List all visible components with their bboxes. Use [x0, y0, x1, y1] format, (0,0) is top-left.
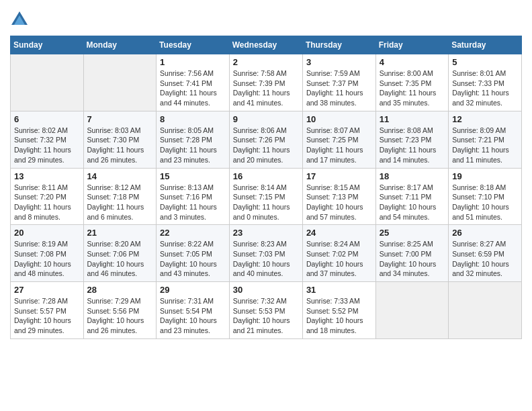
calendar-cell: 21Sunrise: 8:20 AM Sunset: 7:06 PM Dayli… [83, 225, 157, 282]
calendar-cell: 5Sunrise: 8:01 AM Sunset: 7:33 PM Daylig… [449, 54, 522, 111]
calendar-cell: 15Sunrise: 8:13 AM Sunset: 7:16 PM Dayli… [157, 168, 230, 225]
day-detail: Sunrise: 8:05 AM Sunset: 7:28 PM Dayligh… [160, 126, 226, 165]
calendar-cell [83, 54, 157, 111]
day-detail: Sunrise: 7:59 AM Sunset: 7:37 PM Dayligh… [306, 68, 372, 108]
weekday-header-tuesday: Tuesday [157, 36, 230, 54]
weekday-header-saturday: Saturday [449, 36, 522, 54]
calendar-cell: 3Sunrise: 7:59 AM Sunset: 7:37 PM Daylig… [302, 54, 375, 111]
calendar-cell: 4Sunrise: 8:00 AM Sunset: 7:35 PM Daylig… [375, 54, 449, 111]
day-number: 12 [452, 114, 518, 124]
day-detail: Sunrise: 8:20 AM Sunset: 7:06 PM Dayligh… [87, 239, 153, 279]
calendar-cell: 30Sunrise: 7:32 AM Sunset: 5:53 PM Dayli… [229, 282, 302, 339]
calendar-cell: 18Sunrise: 8:17 AM Sunset: 7:11 PM Dayli… [375, 168, 449, 225]
day-number: 19 [452, 171, 518, 181]
day-detail: Sunrise: 8:06 AM Sunset: 7:26 PM Dayligh… [233, 126, 299, 165]
day-detail: Sunrise: 8:12 AM Sunset: 7:18 PM Dayligh… [87, 183, 153, 222]
calendar-cell: 12Sunrise: 8:09 AM Sunset: 7:21 PM Dayli… [449, 111, 522, 168]
weekday-header-friday: Friday [375, 36, 449, 54]
day-number: 4 [380, 57, 445, 67]
calendar-cell: 11Sunrise: 8:08 AM Sunset: 7:23 PM Dayli… [375, 111, 449, 168]
day-detail: Sunrise: 8:23 AM Sunset: 7:03 PM Dayligh… [233, 239, 299, 279]
weekday-header-row: SundayMondayTuesdayWednesdayThursdayFrid… [11, 36, 522, 54]
day-detail: Sunrise: 7:33 AM Sunset: 5:52 PM Dayligh… [306, 296, 372, 336]
day-detail: Sunrise: 8:14 AM Sunset: 7:15 PM Dayligh… [233, 183, 299, 222]
day-detail: Sunrise: 7:28 AM Sunset: 5:57 PM Dayligh… [14, 296, 80, 336]
day-detail: Sunrise: 8:01 AM Sunset: 7:33 PM Dayligh… [452, 68, 518, 108]
calendar-cell: 14Sunrise: 8:12 AM Sunset: 7:18 PM Dayli… [83, 168, 157, 225]
calendar-cell: 20Sunrise: 8:19 AM Sunset: 7:08 PM Dayli… [11, 225, 84, 282]
weekday-header-sunday: Sunday [11, 36, 84, 54]
calendar-cell: 25Sunrise: 8:25 AM Sunset: 7:00 PM Dayli… [375, 225, 449, 282]
day-number: 9 [233, 114, 299, 124]
day-number: 17 [306, 171, 372, 181]
calendar-week-row: 1Sunrise: 7:56 AM Sunset: 7:41 PM Daylig… [11, 54, 522, 111]
day-number: 3 [306, 57, 372, 67]
day-detail: Sunrise: 8:13 AM Sunset: 7:16 PM Dayligh… [160, 183, 226, 222]
day-detail: Sunrise: 8:11 AM Sunset: 7:20 PM Dayligh… [14, 183, 80, 222]
day-detail: Sunrise: 8:09 AM Sunset: 7:21 PM Dayligh… [452, 126, 518, 165]
day-number: 13 [14, 171, 80, 181]
calendar-cell: 17Sunrise: 8:15 AM Sunset: 7:13 PM Dayli… [302, 168, 375, 225]
day-number: 6 [14, 114, 80, 124]
day-detail: Sunrise: 8:08 AM Sunset: 7:23 PM Dayligh… [380, 126, 445, 165]
calendar-week-row: 27Sunrise: 7:28 AM Sunset: 5:57 PM Dayli… [11, 282, 522, 339]
day-detail: Sunrise: 8:19 AM Sunset: 7:08 PM Dayligh… [14, 239, 80, 279]
calendar-cell [449, 282, 522, 339]
day-number: 10 [306, 114, 372, 124]
weekday-header-monday: Monday [83, 36, 157, 54]
calendar-cell: 23Sunrise: 8:23 AM Sunset: 7:03 PM Dayli… [229, 225, 302, 282]
calendar-week-row: 13Sunrise: 8:11 AM Sunset: 7:20 PM Dayli… [11, 168, 522, 225]
day-number: 16 [233, 171, 299, 181]
day-detail: Sunrise: 8:02 AM Sunset: 7:32 PM Dayligh… [14, 126, 80, 165]
weekday-header-thursday: Thursday [302, 36, 375, 54]
day-detail: Sunrise: 8:24 AM Sunset: 7:02 PM Dayligh… [306, 239, 372, 279]
day-number: 2 [233, 57, 299, 67]
page-header [10, 10, 522, 29]
calendar-cell: 9Sunrise: 8:06 AM Sunset: 7:26 PM Daylig… [229, 111, 302, 168]
day-number: 15 [160, 171, 226, 181]
calendar-cell: 6Sunrise: 8:02 AM Sunset: 7:32 PM Daylig… [11, 111, 84, 168]
calendar-cell: 31Sunrise: 7:33 AM Sunset: 5:52 PM Dayli… [302, 282, 375, 339]
calendar-cell: 24Sunrise: 8:24 AM Sunset: 7:02 PM Dayli… [302, 225, 375, 282]
day-number: 1 [160, 57, 226, 67]
day-number: 31 [306, 285, 372, 295]
day-number: 22 [160, 228, 226, 238]
calendar-table: SundayMondayTuesdayWednesdayThursdayFrid… [10, 36, 522, 339]
day-detail: Sunrise: 8:27 AM Sunset: 6:59 PM Dayligh… [452, 239, 518, 279]
day-number: 11 [380, 114, 445, 124]
day-number: 27 [14, 285, 80, 295]
day-number: 25 [380, 228, 445, 238]
day-detail: Sunrise: 8:00 AM Sunset: 7:35 PM Dayligh… [380, 68, 445, 108]
weekday-header-wednesday: Wednesday [229, 36, 302, 54]
calendar-cell: 22Sunrise: 8:22 AM Sunset: 7:05 PM Dayli… [157, 225, 230, 282]
calendar-cell: 26Sunrise: 8:27 AM Sunset: 6:59 PM Dayli… [449, 225, 522, 282]
calendar-cell [375, 282, 449, 339]
day-number: 7 [87, 114, 153, 124]
calendar-cell: 1Sunrise: 7:56 AM Sunset: 7:41 PM Daylig… [157, 54, 230, 111]
day-detail: Sunrise: 7:56 AM Sunset: 7:41 PM Dayligh… [160, 68, 226, 108]
day-number: 28 [87, 285, 153, 295]
day-number: 24 [306, 228, 372, 238]
day-detail: Sunrise: 7:32 AM Sunset: 5:53 PM Dayligh… [233, 296, 299, 336]
day-detail: Sunrise: 8:17 AM Sunset: 7:11 PM Dayligh… [380, 183, 445, 222]
day-number: 26 [452, 228, 518, 238]
day-detail: Sunrise: 7:31 AM Sunset: 5:54 PM Dayligh… [160, 296, 226, 336]
calendar-cell: 2Sunrise: 7:58 AM Sunset: 7:39 PM Daylig… [229, 54, 302, 111]
day-detail: Sunrise: 8:18 AM Sunset: 7:10 PM Dayligh… [452, 183, 518, 222]
day-detail: Sunrise: 8:25 AM Sunset: 7:00 PM Dayligh… [380, 239, 445, 279]
calendar-cell [11, 54, 84, 111]
calendar-cell: 13Sunrise: 8:11 AM Sunset: 7:20 PM Dayli… [11, 168, 84, 225]
calendar-week-row: 20Sunrise: 8:19 AM Sunset: 7:08 PM Dayli… [11, 225, 522, 282]
day-detail: Sunrise: 7:29 AM Sunset: 5:56 PM Dayligh… [87, 296, 153, 336]
day-detail: Sunrise: 8:15 AM Sunset: 7:13 PM Dayligh… [306, 183, 372, 222]
day-number: 21 [87, 228, 153, 238]
day-detail: Sunrise: 8:07 AM Sunset: 7:25 PM Dayligh… [306, 126, 372, 165]
day-number: 18 [380, 171, 445, 181]
calendar-cell: 8Sunrise: 8:05 AM Sunset: 7:28 PM Daylig… [157, 111, 230, 168]
calendar-cell: 28Sunrise: 7:29 AM Sunset: 5:56 PM Dayli… [83, 282, 157, 339]
day-number: 30 [233, 285, 299, 295]
day-number: 8 [160, 114, 226, 124]
day-detail: Sunrise: 8:03 AM Sunset: 7:30 PM Dayligh… [87, 126, 153, 165]
calendar-cell: 7Sunrise: 8:03 AM Sunset: 7:30 PM Daylig… [83, 111, 157, 168]
calendar-cell: 29Sunrise: 7:31 AM Sunset: 5:54 PM Dayli… [157, 282, 230, 339]
